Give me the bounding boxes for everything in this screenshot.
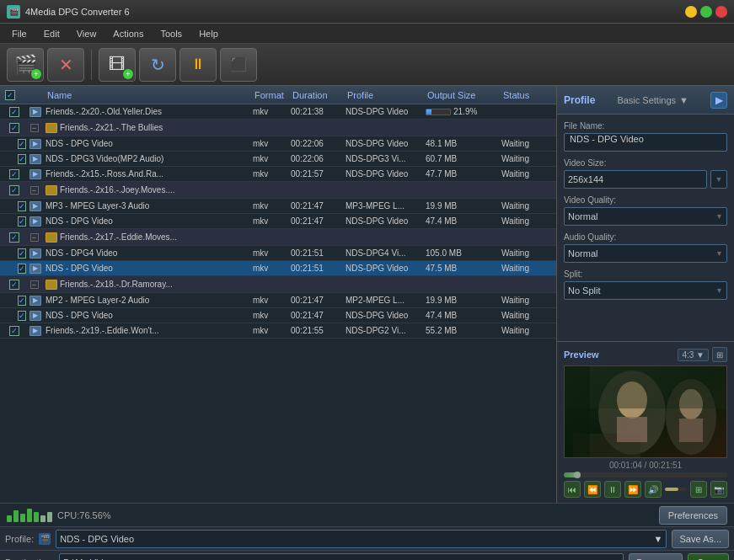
row-checkbox[interactable] xyxy=(18,139,26,149)
table-row[interactable]: ▶ MP3 - MPEG Layer-3 Audio mkv 00:21:47 … xyxy=(0,199,556,214)
row-checkbox[interactable] xyxy=(9,169,19,179)
file-duration: 00:21:57 xyxy=(289,169,344,179)
table-row[interactable]: ▶ NDS - DPG Video mkv 00:21:47 NDS-DPG V… xyxy=(0,308,556,323)
row-checkbox[interactable] xyxy=(18,201,26,211)
table-row[interactable]: ▶ NDS - DPG4 Video mkv 00:21:51 NDS-DPG4… xyxy=(0,246,556,261)
stop-button[interactable]: ⬛ xyxy=(220,48,257,82)
file-icon: ▶ xyxy=(29,326,41,336)
file-icon: ▶ xyxy=(29,264,41,274)
preview-expand-button[interactable]: ⊞ xyxy=(712,347,727,362)
menu-edit[interactable]: Edit xyxy=(35,27,68,40)
more-button[interactable]: ⊞ xyxy=(690,481,707,498)
file-icon: ▶ xyxy=(29,139,41,149)
table-row[interactable]: − Friends.-.2x21.-.The Bullies xyxy=(0,120,556,136)
group-icon xyxy=(46,123,57,133)
row-checkbox[interactable] xyxy=(9,107,19,117)
row-checkbox[interactable] xyxy=(9,280,19,290)
header-format[interactable]: Format xyxy=(251,90,289,100)
minimize-button[interactable] xyxy=(685,6,697,18)
table-row[interactable]: − Friends.-.2x17.-.Eddie.Moves... xyxy=(0,229,556,246)
video-size-dropdown[interactable]: ▼ xyxy=(710,170,727,189)
open-button[interactable]: Open xyxy=(688,553,729,561)
table-row[interactable]: ▶ NDS - DPG Video mkv 00:21:47 NDS-DPG V… xyxy=(0,214,556,229)
file-name: NDS - DPG4 Video xyxy=(44,248,251,258)
menu-file[interactable]: File xyxy=(3,27,35,40)
destination-path[interactable]: D:\My Videos ▼ xyxy=(59,553,624,561)
collapse-icon[interactable]: − xyxy=(30,233,39,242)
row-checkbox[interactable] xyxy=(9,123,19,133)
file-icon: ▶ xyxy=(29,216,41,227)
table-row[interactable]: − Friends.-.2x18.-.Dr.Ramoray... xyxy=(0,276,556,293)
row-checkbox[interactable] xyxy=(9,185,19,195)
file-duration: 00:22:06 xyxy=(289,154,344,163)
mute-button[interactable]: 🔊 xyxy=(645,481,662,498)
table-row[interactable]: ▶ NDS - DPG Video mkv 00:21:51 NDS-DPG V… xyxy=(0,261,556,276)
close-button[interactable] xyxy=(715,6,727,18)
menu-tools[interactable]: Tools xyxy=(152,27,190,40)
table-row[interactable]: − Friends.-.2x16.-.Joey.Moves.... xyxy=(0,182,556,199)
filelist-header: Name Format Duration Profile Output Size… xyxy=(0,86,556,104)
split-select[interactable]: No Split ▼ xyxy=(564,281,727,300)
collapse-icon[interactable]: − xyxy=(30,280,39,289)
remove-button[interactable]: ✕ xyxy=(47,48,84,82)
file-name-input[interactable]: NDS - DPG Video xyxy=(564,133,727,152)
table-row[interactable]: ▶ Friends.-.2x15.-.Ross.And.Ra... mkv 00… xyxy=(0,167,556,182)
aspect-ratio-button[interactable]: 4:3 ▼ xyxy=(678,349,709,361)
play-button[interactable]: ⏮ xyxy=(564,481,581,498)
right-panel: Profile Basic Settings ▼ ▶ File Name: ND… xyxy=(557,86,734,503)
video-size-input[interactable]: 256x144 xyxy=(564,170,707,189)
browse-button[interactable]: Browse... xyxy=(629,553,683,561)
table-row[interactable]: ▶ Friends.-.2x20.-.Old.Yeller.Dies mkv 0… xyxy=(0,104,556,120)
nav-arrow-button[interactable]: ▶ xyxy=(710,92,727,109)
header-duration[interactable]: Duration xyxy=(289,90,344,100)
menu-actions[interactable]: Actions xyxy=(104,27,152,40)
add-task-button[interactable]: 🎞 + xyxy=(99,48,136,82)
save-as-button[interactable]: Save As... xyxy=(672,530,729,548)
table-row[interactable]: ▶ NDS - DPG3 Video(MP2 Audio) mkv 00:22:… xyxy=(0,152,556,167)
menubar: File Edit View Actions Tools Help xyxy=(0,24,734,44)
table-row[interactable]: ▶ Friends.-.2x19.-.Eddie.Won't... mkv 00… xyxy=(0,323,556,339)
file-duration: 00:22:06 xyxy=(289,139,344,148)
volume-slider[interactable] xyxy=(665,488,687,491)
video-quality-select[interactable]: Normal ▼ xyxy=(564,207,727,226)
row-checkbox[interactable] xyxy=(18,311,26,321)
row-checkbox[interactable] xyxy=(18,264,26,274)
collapse-icon[interactable]: − xyxy=(30,186,39,195)
row-checkbox[interactable] xyxy=(18,296,26,306)
cpu-percentage: CPU:76.56% xyxy=(57,510,111,520)
snapshot-button[interactable]: 📷 xyxy=(710,481,727,498)
preview-playbar: ⏮ ⏪ ⏸ ⏩ 🔊 ⊞ 📷 xyxy=(564,481,727,498)
aspect-ratio-value: 4:3 xyxy=(682,350,694,360)
file-icon: ▶ xyxy=(29,296,41,306)
preview-section: Preview 4:3 ▼ ⊞ xyxy=(557,341,734,503)
header-profile[interactable]: Profile xyxy=(344,90,424,100)
header-check[interactable] xyxy=(2,90,27,100)
prev-button[interactable]: ⏪ xyxy=(584,481,601,498)
next-button[interactable]: ⏩ xyxy=(624,481,641,498)
table-row[interactable]: ▶ NDS - DPG Video mkv 00:22:06 NDS-DPG V… xyxy=(0,136,556,152)
collapse-icon[interactable]: − xyxy=(30,124,39,132)
header-name[interactable]: Name xyxy=(44,90,251,100)
row-checkbox[interactable] xyxy=(9,232,19,243)
convert-button[interactable]: ↻ xyxy=(139,48,176,82)
check-all[interactable] xyxy=(5,90,15,100)
file-output: 60.7 MB xyxy=(424,154,500,163)
row-checkbox[interactable] xyxy=(18,216,26,227)
basic-settings-dropdown[interactable]: Basic Settings ▼ xyxy=(617,95,688,105)
preview-seekbar[interactable] xyxy=(564,472,727,477)
menu-view[interactable]: View xyxy=(68,27,105,40)
menu-help[interactable]: Help xyxy=(190,27,227,40)
preferences-button[interactable]: Preferences xyxy=(659,506,727,525)
pause-button[interactable]: ⏸ xyxy=(179,48,217,82)
row-checkbox[interactable] xyxy=(18,154,26,164)
table-row[interactable]: ▶ MP2 - MPEG Layer-2 Audio mkv 00:21:47 … xyxy=(0,293,556,308)
add-video-button[interactable]: 🎬 + xyxy=(7,48,44,82)
header-output[interactable]: Output Size xyxy=(424,90,500,100)
maximize-button[interactable] xyxy=(700,6,712,18)
audio-quality-select[interactable]: Normal ▼ xyxy=(564,244,727,263)
pause-play-button[interactable]: ⏸ xyxy=(604,481,621,498)
row-checkbox[interactable] xyxy=(9,326,19,336)
row-checkbox[interactable] xyxy=(18,248,26,259)
profile-select[interactable]: NDS - DPG Video ▼ xyxy=(56,530,667,548)
header-status[interactable]: Status xyxy=(500,90,555,100)
